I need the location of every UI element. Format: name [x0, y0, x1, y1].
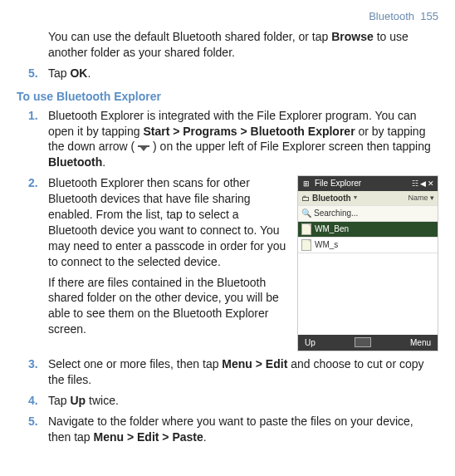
document-page: Bluetooth 155 You can use the default Bl…: [0, 0, 455, 467]
signal-icon: ☷: [412, 179, 418, 189]
step-body: Tap Up twice.: [48, 393, 438, 409]
page-header: Bluetooth 155: [17, 10, 438, 22]
step-body: Bluetooth Explorer is integrated with th…: [48, 108, 438, 171]
step-number: 2.: [28, 175, 48, 351]
bluetooth-bold: Bluetooth: [48, 155, 102, 169]
fig-item: WM_s: [298, 238, 438, 253]
text: Select one or more files, then tap: [48, 357, 222, 370]
step-2-text-column: Bluetooth Explorer then scans for other …: [48, 175, 287, 351]
step-number: 5.: [28, 66, 48, 81]
keyboard-icon: [355, 337, 371, 347]
fig-searching-row: 🔍 Searching...: [298, 206, 438, 222]
path-bold: Start > Programs > Bluetooth Explorer: [143, 125, 355, 138]
text: Tap: [48, 66, 70, 80]
text: .: [87, 66, 91, 80]
close-icon: ✕: [428, 179, 434, 189]
text: .: [203, 430, 207, 444]
fig-breadcrumb-row: 🗀 Bluetooth ▾ Name ▾: [298, 191, 438, 207]
search-icon: 🔍: [301, 208, 311, 219]
down-arrow-icon: [138, 144, 149, 152]
step-5: 5. Navigate to the folder where you want…: [28, 414, 438, 445]
step-body: Navigate to the folder where you want to…: [48, 414, 438, 445]
folder-icon: 🗀: [301, 193, 310, 204]
step-number: 3.: [28, 356, 48, 388]
intro-paragraph: You can use the default Bluetooth shared…: [48, 29, 438, 61]
fig-title: File Explorer: [315, 178, 361, 189]
text: ) on the upper left of File Explorer scr…: [149, 140, 431, 153]
file-explorer-screenshot: ⊞ File Explorer ☷ ◀ ✕ 🗀 Bluetooth ▾ Name…: [297, 175, 438, 351]
step-body: Bluetooth Explorer then scans for other …: [48, 175, 438, 351]
ok-bold: OK: [70, 66, 87, 80]
menu-edit-bold: Menu > Edit: [222, 357, 287, 370]
step-number: 4.: [28, 393, 48, 409]
step-2: 2. Bluetooth Explorer then scans for oth…: [28, 175, 438, 351]
fig-item-selected-label: WM_Ben: [315, 223, 349, 235]
header-page-number: 155: [420, 10, 438, 22]
step-2-para-2: If there are files contained in the Blue…: [48, 275, 287, 338]
document-icon: [301, 223, 311, 235]
fig-titlebar: ⊞ File Explorer ☷ ◀ ✕: [298, 176, 438, 191]
text: You can use the default Bluetooth shared…: [48, 30, 331, 43]
text: Tap: [48, 394, 70, 407]
step-number: 5.: [28, 414, 48, 445]
text: twice.: [86, 394, 119, 407]
fig-sort-label: Name ▾: [408, 193, 434, 203]
menu-edit-paste-bold: Menu > Edit > Paste: [94, 430, 203, 444]
fig-menu-button: Menu: [410, 337, 431, 349]
step-body: Select one or more files, then tap Menu …: [48, 356, 438, 388]
step-body: Tap OK.: [48, 66, 438, 81]
fig-empty-body: [298, 253, 438, 335]
header-section: Bluetooth: [369, 10, 414, 22]
section-title: To use Bluetooth Explorer: [17, 90, 438, 103]
status-icons: ☷ ◀ ✕: [412, 179, 434, 189]
step-number: 1.: [28, 108, 48, 171]
up-bold: Up: [70, 394, 86, 407]
intro-step-5: 5. Tap OK.: [28, 66, 438, 81]
document-icon: [301, 239, 311, 251]
step-2-para-1: Bluetooth Explorer then scans for other …: [48, 175, 287, 269]
step-1: 1. Bluetooth Explorer is integrated with…: [28, 108, 438, 171]
fig-bottombar: Up Menu: [298, 335, 438, 351]
text: Name: [408, 194, 428, 202]
step-3: 3. Select one or more files, then tap Me…: [28, 356, 438, 388]
fig-breadcrumb: Bluetooth: [312, 193, 351, 204]
chevron-down-icon: ▾: [430, 194, 434, 202]
fig-item-selected: WM_Ben: [298, 222, 438, 238]
volume-icon: ◀: [420, 179, 426, 189]
browse-bold: Browse: [331, 30, 374, 43]
step-4: 4. Tap Up twice.: [28, 393, 438, 409]
start-icon: ⊞: [301, 179, 311, 189]
fig-up-button: Up: [305, 337, 316, 349]
text: .: [102, 155, 105, 169]
fig-item-label: WM_s: [315, 239, 338, 251]
fig-searching: Searching...: [314, 208, 358, 219]
chevron-down-icon: ▾: [354, 194, 357, 203]
